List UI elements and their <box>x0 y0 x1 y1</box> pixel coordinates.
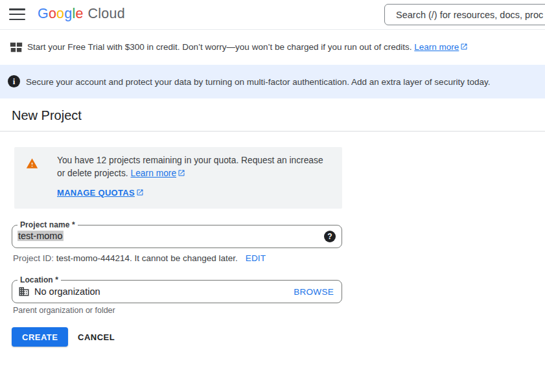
warning-triangle-icon <box>26 157 38 170</box>
manage-quotas-link[interactable]: MANAGE QUOTAS <box>57 188 144 198</box>
google-cloud-logo: Google Cloud <box>38 6 125 22</box>
page-header: New Project <box>0 98 545 132</box>
quota-warning-text: You have 12 projects remaining in your q… <box>57 154 332 180</box>
project-name-label: Project name * <box>17 220 78 229</box>
top-app-bar: Google Cloud Search (/) for resources, d… <box>0 0 545 30</box>
project-id-line: Project ID: test-momo-444214. It cannot … <box>13 253 266 263</box>
trial-learn-more-link[interactable]: Learn more <box>414 42 468 52</box>
location-value: No organization <box>34 286 100 297</box>
organization-icon <box>18 286 30 297</box>
mfa-banner-text: Secure your account and protect your dat… <box>26 77 490 87</box>
external-link-icon <box>136 189 144 196</box>
project-name-value[interactable]: test-momo <box>17 231 64 241</box>
mfa-security-banner: i Secure your account and protect your d… <box>0 65 545 98</box>
free-trial-banner: Start your Free Trial with $300 in credi… <box>0 30 545 65</box>
free-trial-text: Start your Free Trial with $300 in credi… <box>27 42 468 52</box>
location-field[interactable]: Location * No organization BROWSE <box>12 280 342 303</box>
gift-icon <box>9 40 23 54</box>
gcp-new-project-page: Google Cloud Search (/) for resources, d… <box>0 0 545 392</box>
project-name-field[interactable]: Project name * test-momo ? <box>12 225 342 248</box>
external-link-icon <box>178 169 185 177</box>
help-circle-icon[interactable]: ? <box>324 231 336 242</box>
menu-icon[interactable] <box>9 8 25 21</box>
location-label: Location * <box>17 275 61 284</box>
info-icon: i <box>8 75 20 87</box>
search-input[interactable]: Search (/) for resources, docs, proc <box>384 4 545 25</box>
browse-button[interactable]: BROWSE <box>294 287 334 297</box>
create-button[interactable]: CREATE <box>12 327 68 347</box>
quota-learn-more-link[interactable]: Learn more <box>131 168 186 178</box>
search-placeholder: Search (/) for resources, docs, proc <box>396 10 543 20</box>
cancel-button[interactable]: CANCEL <box>73 327 120 347</box>
location-helper-text: Parent organization or folder <box>13 306 115 315</box>
project-id-value: test-momo-444214. It cannot be changed l… <box>56 253 238 263</box>
edit-project-id-link[interactable]: EDIT <box>246 253 266 263</box>
logo-cloud-text: Cloud <box>88 6 125 22</box>
quota-warning-box: You have 12 projects remaining in your q… <box>14 147 342 209</box>
page-title: New Project <box>12 108 82 123</box>
external-link-icon <box>460 43 468 51</box>
